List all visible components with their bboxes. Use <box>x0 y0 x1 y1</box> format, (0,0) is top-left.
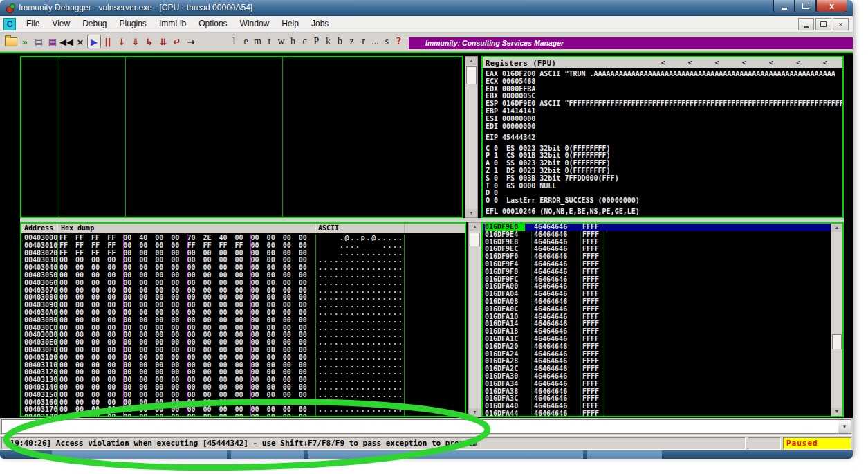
maximize-button[interactable] <box>795 0 816 12</box>
collapse-chevron-icon[interactable]: < <box>796 59 800 66</box>
scroll-down-icon[interactable]: ▼ <box>831 408 842 416</box>
stack-row[interactable]: 016DF9E446464646FFFF <box>483 231 831 239</box>
scrollbar-thumb[interactable] <box>466 66 477 84</box>
hexdump-header-address: Address <box>24 224 53 232</box>
trace-over-icon[interactable]: ⇊ <box>156 35 170 48</box>
windows-list-icon[interactable]: ▦ <box>46 35 59 48</box>
restart-icon[interactable]: » <box>18 35 32 48</box>
toolbar-letter-s[interactable]: s <box>381 36 393 47</box>
stack-row[interactable]: 016DFA3446464646FFFF <box>483 381 831 388</box>
stack-value: 46464646 <box>534 306 567 313</box>
stack-scrollbar[interactable]: ▲ ▼ <box>831 224 842 416</box>
toolbar-letter-help[interactable]: ? <box>393 36 405 47</box>
toolbar-letter-c[interactable]: c <box>299 36 311 47</box>
scroll-down-icon[interactable]: ▼ <box>469 408 481 417</box>
toolbar-letter-P[interactable]: P <box>311 36 322 47</box>
scroll-up-icon[interactable]: ▲ <box>831 224 842 232</box>
collapse-chevron-icon[interactable]: < <box>661 59 665 66</box>
stack-pane[interactable]: 016DF9E046464646FFFF016DF9E446464646FFFF… <box>481 222 844 417</box>
immunity-c-icon[interactable]: C <box>3 18 16 30</box>
menu-item-help[interactable]: Help <box>275 16 305 32</box>
hex-byte: 00 <box>123 414 139 416</box>
flag-row-o: O 0 LastErr ERROR_SUCCESS (00000000) <box>486 197 842 205</box>
scroll-down-icon[interactable]: ▼ <box>465 209 477 217</box>
pause-icon[interactable]: || <box>101 35 115 48</box>
step-over-icon[interactable]: ⇓ <box>129 35 142 48</box>
stack-row[interactable]: 016DF9F846464646FFFF <box>483 268 831 276</box>
hexdump-row[interactable]: 0040306000000000000000000000000000000000… <box>21 280 465 287</box>
toolbar-letter-t[interactable]: t <box>264 36 275 47</box>
scrollbar-thumb[interactable] <box>832 334 842 349</box>
disassembly-pane[interactable] <box>20 56 463 218</box>
registers-pane[interactable]: Registers (FPU) <<<<<<< EAX 016DF200 ASC… <box>481 56 844 218</box>
stack-row[interactable]: 016DFA0C46464646FFFF <box>483 306 831 313</box>
mdi-minimize-button[interactable] <box>798 18 814 30</box>
menu-item-plugins[interactable]: Plugins <box>113 16 153 32</box>
menu-item-debug[interactable]: Debug <box>76 16 113 32</box>
step-into-icon[interactable]: ↓ <box>115 35 129 48</box>
collapse-chevron-icon[interactable]: < <box>769 59 773 66</box>
close-icon: x <box>829 1 834 11</box>
trace-into-icon[interactable]: ↳ <box>142 35 156 48</box>
title-bar[interactable]: Immunity Debugger - vulnserver.exe - [CP… <box>0 0 853 16</box>
disassembly-scrollbar[interactable]: ▲ ▼ <box>465 56 478 218</box>
toolbar-letter-r[interactable]: r <box>358 36 369 47</box>
close-program-icon[interactable]: × <box>73 35 87 48</box>
run-icon[interactable]: ▶ <box>87 35 101 48</box>
hex-dump-pane[interactable]: Address Hex dump ASCII 00403000FFFFFFFF0… <box>20 222 466 417</box>
menu-item-immlib[interactable]: ImmLib <box>153 16 192 32</box>
hexdump-scrollbar[interactable]: ▲ ▼ <box>468 222 481 417</box>
close-button[interactable]: x <box>816 0 847 12</box>
toolbar-letter-z[interactable]: z <box>346 36 358 47</box>
log-window-icon[interactable]: ▤ <box>32 35 46 48</box>
mdi-restore-button[interactable] <box>815 18 831 30</box>
stack-address: 016DFA20 <box>485 343 525 351</box>
command-input[interactable] <box>1 419 838 434</box>
toolbar-letter-k[interactable]: k <box>322 36 334 47</box>
collapse-chevron-icon[interactable]: < <box>688 59 692 66</box>
menu-item-jobs[interactable]: Jobs <box>305 16 335 32</box>
hex-byte: 00 <box>59 392 75 399</box>
hexdump-body[interactable]: 00403000FFFFFFFF00400000702E400000000000… <box>21 235 465 416</box>
collapse-chevron-icon[interactable]: < <box>823 59 827 66</box>
toolbar-letter-e[interactable]: e <box>240 36 252 47</box>
scroll-up-icon[interactable]: ▲ <box>469 223 481 231</box>
scroll-up-icon[interactable]: ▲ <box>465 57 477 65</box>
stack-body[interactable]: 016DF9E046464646FFFF016DF9E446464646FFFF… <box>483 224 831 416</box>
step-back-icon[interactable]: ◀◀ <box>59 35 73 48</box>
toolbar-letter-b[interactable]: b <box>334 36 346 47</box>
hex-byte: 00 <box>251 414 267 416</box>
minimize-button[interactable] <box>773 0 795 12</box>
hex-byte: 00 <box>171 392 187 399</box>
stack-row[interactable]: 016DFA2046464646FFFF <box>483 343 831 351</box>
stack-address: 016DFA0C <box>485 306 525 313</box>
toolbar-letter-l[interactable]: l <box>228 36 240 47</box>
registers-body[interactable]: EAX 016DF200 ASCII "TRUN .AAAAAAAAAAAAAA… <box>486 71 842 217</box>
scrollbar-thumb[interactable] <box>470 233 480 246</box>
execute-till-user-icon[interactable]: → <box>184 35 198 48</box>
menu-item-view[interactable]: View <box>46 16 76 32</box>
header-divider <box>404 224 405 233</box>
toolbar-letter-w[interactable]: w <box>275 36 287 47</box>
taskbar-segment <box>231 450 304 459</box>
hexdump-row[interactable]: 004030B000000000000000000000000000000000… <box>21 317 465 325</box>
hexdump-row[interactable]: 0040318000000000000000000000000000000000… <box>21 414 465 416</box>
mdi-close-button[interactable]: × <box>833 18 849 30</box>
open-file-icon[interactable] <box>4 35 18 48</box>
execute-till-return-icon[interactable]: ↵ <box>170 35 184 48</box>
toolbar-letter-m[interactable]: m <box>252 36 264 47</box>
collapse-chevron-icon[interactable]: < <box>715 59 719 66</box>
hexdump-row[interactable]: 0040310000000000000000000000000000000000… <box>21 354 465 362</box>
command-dropdown-button[interactable]: ▼ <box>838 419 851 434</box>
hex-byte: 00 <box>299 392 315 399</box>
menu-item-window[interactable]: Window <box>234 16 276 32</box>
menu-item-options[interactable]: Options <box>192 16 233 32</box>
toolbar-letter-...[interactable]: ... <box>369 36 381 47</box>
stack-row[interactable]: 016DFA4446464646FFFF <box>483 410 831 416</box>
collapse-chevron-icon[interactable]: < <box>742 59 746 66</box>
toolbar-letter-h[interactable]: h <box>287 36 299 47</box>
hex-byte: 00 <box>187 317 203 325</box>
hexdump-row[interactable]: 00403010FFFFFFFF00000000FFFFFFFF00000000… <box>21 242 465 250</box>
menu-item-file[interactable]: File <box>20 16 46 32</box>
hexdump-row[interactable]: 0040315000000000000000000000000000000000… <box>21 392 465 399</box>
